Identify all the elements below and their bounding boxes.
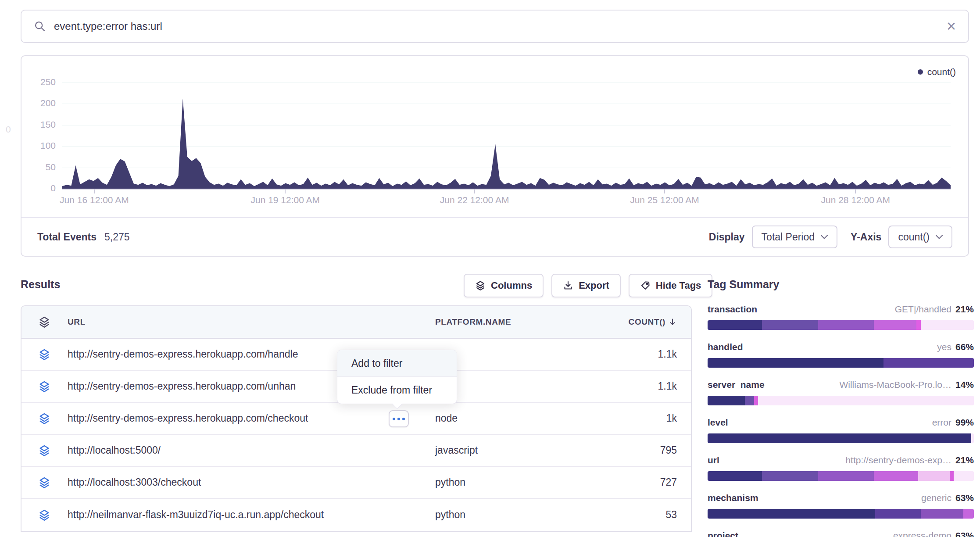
count-cell[interactable]: 53	[621, 509, 691, 521]
tag-bar-segment	[708, 433, 971, 443]
x-axis-line	[62, 189, 951, 190]
chevron-down-icon	[936, 235, 943, 239]
y-axis-tick-label: 50	[25, 162, 56, 172]
y-axis-tick-label: 200	[25, 98, 56, 108]
tag-summary-item: server_nameWilliams-MacBook-Pro.lo…14%	[708, 379, 974, 405]
table-row[interactable]: http://localhost:5000/javascript795	[21, 435, 691, 467]
table-row[interactable]: http://localhost:3003/checkoutpython727	[21, 467, 691, 499]
search-bar[interactable]: event.type:error has:url ×	[21, 10, 969, 43]
tag-bar-segment	[874, 471, 918, 481]
tag-distribution-bar[interactable]	[708, 509, 974, 519]
tag-distribution-bar[interactable]	[708, 358, 974, 368]
count-area-series[interactable]	[62, 82, 951, 189]
display-select[interactable]: Total Period	[752, 226, 837, 248]
display-select-value: Total Period	[762, 231, 815, 243]
tag-bar-segment	[762, 471, 818, 481]
cell-context-menu: Add to filter Exclude from filter	[337, 350, 457, 404]
tag-name: project	[708, 530, 738, 537]
y-axis-tick-label: 150	[25, 119, 56, 130]
table-row[interactable]: http://sentry-demos-express.herokuapp.co…	[21, 403, 691, 435]
tag-distribution-bar[interactable]	[708, 471, 974, 481]
tag-summary-item: mechanismgeneric63%	[708, 493, 974, 519]
tag-summary-list: transactionGET|/handled21%handledyes66%s…	[708, 304, 974, 537]
tag-name: mechanism	[708, 493, 758, 503]
tag-bar-segment	[762, 320, 818, 330]
discover-page: event.type:error has:url × count() Total…	[0, 0, 980, 537]
tag-top-percent: 21%	[955, 455, 974, 465]
tag-summary-panel: Tag Summary transactionGET|/handled21%ha…	[708, 278, 974, 537]
yaxis-select-value: count()	[898, 231, 930, 243]
download-icon	[563, 280, 573, 291]
tag-distribution-bar[interactable]	[708, 433, 974, 443]
tag-distribution-bar[interactable]	[708, 320, 974, 330]
x-axis-tick-label: Jun 28 12:00 AM	[803, 195, 908, 205]
platform-cell[interactable]: python	[435, 476, 621, 488]
tag-top-value: express-demo	[893, 530, 951, 537]
tag-bar-segment	[818, 320, 874, 330]
tag-name: handled	[708, 342, 743, 352]
edge-artifact: 0	[6, 124, 11, 135]
platform-cell[interactable]: javascript	[435, 444, 621, 456]
url-cell[interactable]: http://neilmanvar-flask-m3uuizd7iq-uc.a.…	[68, 509, 435, 521]
columns-button-label: Columns	[491, 280, 532, 291]
count-cell[interactable]: 1.1k	[621, 380, 691, 392]
x-axis-tick	[474, 190, 475, 193]
search-input[interactable]: event.type:error has:url	[54, 20, 947, 32]
x-axis-tick-label: Jun 16 12:00 AM	[42, 195, 147, 205]
table-row[interactable]: http://neilmanvar-flask-m3uuizd7iq-uc.a.…	[21, 499, 691, 531]
url-cell[interactable]: http://sentry-demos-express.herokuapp.co…	[68, 412, 435, 424]
tag-bar-segment	[921, 509, 963, 519]
export-button[interactable]: Export	[551, 274, 621, 297]
tag-bar-segment	[818, 471, 874, 481]
tag-summary-item: handledyes66%	[708, 342, 974, 368]
tag-top-value: error	[932, 417, 951, 428]
count-cell[interactable]: 795	[621, 444, 691, 456]
url-cell[interactable]: http://localhost:5000/	[68, 444, 435, 456]
tag-bar-segment	[708, 509, 875, 519]
url-cell[interactable]: http://localhost:3003/checkout	[68, 476, 435, 488]
tag-bar-segment	[745, 396, 754, 405]
tag-summary-item: levelerror99%	[708, 417, 974, 443]
column-header-platform[interactable]: PLATFORM.NAME	[435, 317, 621, 327]
platform-cell[interactable]: python	[435, 509, 621, 521]
tag-summary-heading: Tag Summary	[708, 278, 974, 291]
tag-bar-segment	[918, 471, 950, 481]
yaxis-select[interactable]: count()	[888, 226, 952, 248]
y-axis-tick-label: 0	[25, 183, 56, 193]
layers-icon	[475, 280, 486, 291]
hide-tags-button[interactable]: Hide Tags	[629, 274, 713, 297]
display-label: Display	[709, 231, 745, 243]
tag-bar-segment	[883, 358, 974, 368]
chart-footer: Total Events 5,275 Display Total Period …	[21, 217, 968, 256]
stack-icon	[38, 509, 51, 521]
tag-bar-segment	[875, 509, 920, 519]
stack-icon	[38, 348, 51, 361]
count-cell[interactable]: 1.1k	[621, 348, 691, 360]
tag-bar-segment	[708, 358, 883, 368]
chart-legend[interactable]: count()	[918, 67, 956, 77]
tag-bar-segment	[963, 509, 974, 519]
search-icon	[34, 20, 46, 32]
tag-name: url	[708, 455, 719, 465]
column-header-url[interactable]: URL	[68, 317, 435, 327]
count-cell[interactable]: 727	[621, 476, 691, 488]
column-header-count[interactable]: COUNT()	[621, 317, 691, 327]
tag-bar-segment	[874, 320, 916, 330]
tag-summary-item: projectexpress-demo63%	[708, 530, 974, 537]
sort-arrow-down-icon	[668, 318, 677, 326]
cell-actions-button[interactable]	[389, 410, 409, 427]
clear-search-icon[interactable]: ×	[947, 18, 956, 34]
count-cell[interactable]: 1k	[621, 412, 691, 424]
tag-summary-item: urlhttp://sentry-demos-exp…21%	[708, 455, 974, 481]
tag-name: server_name	[708, 379, 765, 390]
tag-top-value: Williams-MacBook-Pro.lo…	[839, 379, 951, 390]
x-axis-tick	[94, 190, 95, 193]
platform-cell[interactable]: node	[435, 412, 621, 424]
x-axis-tick	[664, 190, 665, 193]
menu-item-add-to-filter[interactable]: Add to filter	[337, 350, 457, 377]
stack-icon	[38, 380, 51, 393]
columns-button[interactable]: Columns	[464, 274, 544, 297]
tag-distribution-bar[interactable]	[708, 396, 974, 405]
tag-bar-segment	[971, 433, 974, 443]
tag-top-value: GET|/handled	[895, 304, 951, 315]
